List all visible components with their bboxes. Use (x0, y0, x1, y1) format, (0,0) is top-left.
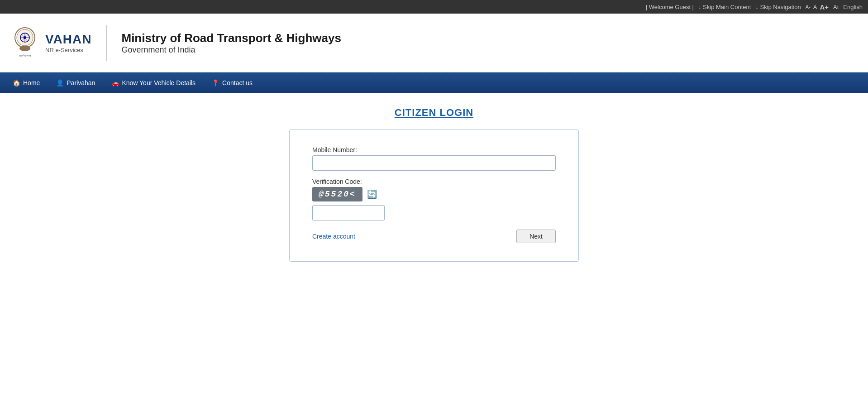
verification-code-group: Verification Code: @5520< 🔄 (312, 178, 556, 220)
location-icon: 📍 (212, 79, 219, 86)
logo-area: सत्यमेव जयते VAHAN NR e-Services (9, 25, 91, 61)
at-label: At (833, 4, 839, 10)
welcome-text: | Welcome Guest | (646, 4, 694, 10)
vahan-sub: NR e-Services (45, 47, 83, 53)
font-controls: A- A A+ (806, 3, 829, 11)
mobile-label: Mobile Number: (312, 146, 556, 153)
ministry-name: Ministry of Road Transport & Highways (121, 31, 341, 45)
font-normal-button[interactable]: A (813, 4, 817, 10)
verification-label: Verification Code: (312, 178, 556, 185)
header-divider (106, 25, 107, 61)
language-selector[interactable]: English (843, 4, 863, 10)
ministry-info: Ministry of Road Transport & Highways Go… (121, 31, 341, 55)
next-button[interactable]: Next (516, 230, 556, 243)
page-title: CITIZEN LOGIN (9, 107, 859, 119)
refresh-captcha-button[interactable]: 🔄 (367, 189, 377, 199)
parivahan-icon: 👤 (56, 79, 64, 86)
skip-main-content-link[interactable]: ↓ Skip Main Content (698, 4, 751, 10)
main-nav: 🏠 Home 👤 Parivahan 🚗 Know Your Vehicle D… (0, 72, 868, 93)
nav-home[interactable]: 🏠 Home (5, 72, 48, 93)
home-icon: 🏠 (13, 79, 20, 86)
nav-vehicle-label: Know Your Vehicle Details (122, 79, 196, 86)
emblem-icon: सत्यमेव जयते (9, 25, 41, 61)
nav-contact-label: Contact us (222, 79, 253, 86)
form-actions: Create account Next (312, 230, 556, 243)
top-bar: | Welcome Guest | ↓ Skip Main Content ↓ … (0, 0, 868, 14)
nav-parivahan[interactable]: 👤 Parivahan (48, 72, 103, 93)
vahan-branding: VAHAN NR e-Services (45, 32, 91, 53)
mobile-input[interactable] (312, 155, 556, 171)
vahan-title: VAHAN (45, 32, 91, 47)
government-label: Government of India (121, 45, 341, 55)
login-card: Mobile Number: Verification Code: @5520<… (289, 129, 579, 262)
nav-home-label: Home (23, 79, 40, 86)
nav-parivahan-label: Parivahan (67, 79, 95, 86)
font-increase-button[interactable]: A+ (820, 3, 829, 11)
create-account-link[interactable]: Create account (312, 233, 355, 240)
nav-contact[interactable]: 📍 Contact us (204, 72, 261, 93)
main-content: CITIZEN LOGIN Mobile Number: Verificatio… (0, 93, 868, 393)
car-icon: 🚗 (111, 79, 119, 86)
mobile-number-group: Mobile Number: (312, 146, 556, 171)
svg-text:सत्यमेव जयते: सत्यमेव जयते (19, 54, 32, 57)
captcha-row: @5520< 🔄 (312, 187, 556, 201)
nav-know-vehicle[interactable]: 🚗 Know Your Vehicle Details (103, 72, 204, 93)
captcha-image: @5520< (312, 187, 362, 201)
captcha-input[interactable] (312, 205, 385, 220)
skip-navigation-link[interactable]: ↓ Skip Navigation (755, 4, 801, 10)
font-decrease-button[interactable]: A- (806, 4, 811, 10)
site-header: सत्यमेव जयते VAHAN NR e-Services Ministr… (0, 14, 868, 72)
svg-point-8 (19, 46, 30, 51)
